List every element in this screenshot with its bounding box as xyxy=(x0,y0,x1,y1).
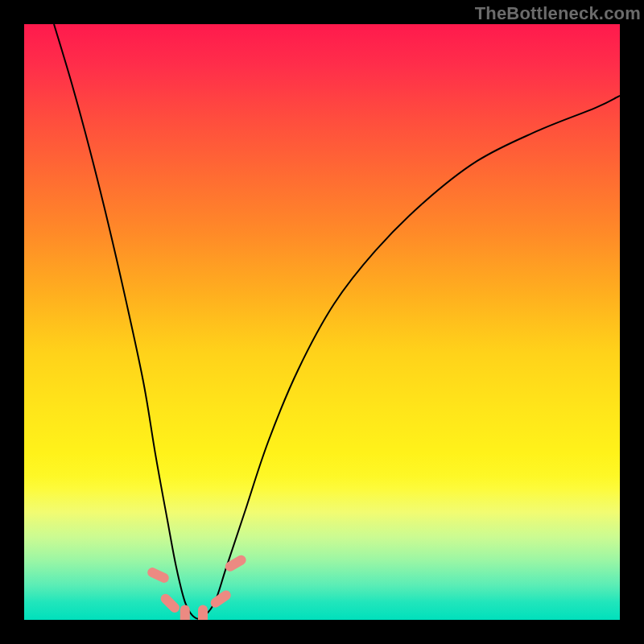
curve-layer xyxy=(24,24,620,620)
chart-frame: TheBottleneck.com xyxy=(0,0,644,644)
svg-rect-3 xyxy=(198,605,208,620)
svg-rect-0 xyxy=(146,566,170,584)
bottleneck-curve xyxy=(54,24,620,619)
lowlight-haze xyxy=(24,477,620,620)
curve-marker xyxy=(146,566,170,584)
svg-rect-5 xyxy=(224,554,248,573)
curve-marker xyxy=(224,554,248,573)
curve-marker xyxy=(208,588,233,609)
svg-rect-4 xyxy=(208,588,233,609)
curve-marker xyxy=(159,592,181,614)
curve-markers xyxy=(146,554,248,620)
svg-rect-1 xyxy=(159,592,181,614)
plot-area xyxy=(24,24,620,620)
watermark-text: TheBottleneck.com xyxy=(475,3,641,24)
curve-marker xyxy=(180,605,190,620)
curve-marker xyxy=(198,605,208,620)
svg-rect-2 xyxy=(180,605,190,620)
